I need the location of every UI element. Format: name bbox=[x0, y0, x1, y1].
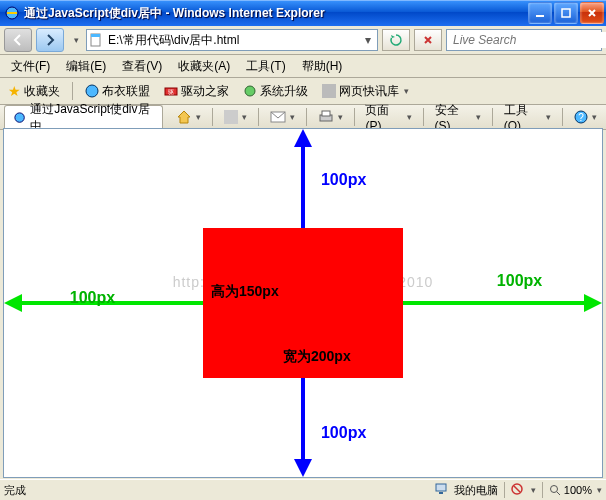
margin-right-label: 100px bbox=[497, 272, 542, 290]
svg-point-6 bbox=[86, 85, 98, 97]
tabs-bar: 通过JavaScript使div居中 ▾ ▾ ▾ ▾ 页面(P)▾ 安全(S)▾… bbox=[0, 105, 606, 130]
window-title: 通过JavaScript使div居中 - Windows Internet Ex… bbox=[24, 5, 528, 22]
forward-button[interactable] bbox=[36, 28, 64, 52]
width-label: 宽为200px bbox=[283, 348, 351, 366]
address-field-wrap: ▾ bbox=[86, 29, 378, 51]
help-button[interactable]: ?▾ bbox=[569, 108, 602, 126]
gear-icon bbox=[243, 84, 257, 98]
svg-rect-19 bbox=[439, 492, 443, 494]
favorites-button[interactable]: ★ 收藏夹 bbox=[4, 81, 64, 102]
zone-label: 我的电脑 bbox=[454, 483, 498, 498]
search-field-wrap: ▾ bbox=[446, 29, 602, 51]
link-item[interactable]: 网页快讯库 ▾ bbox=[318, 81, 413, 102]
menu-tools[interactable]: 工具(T) bbox=[239, 56, 292, 77]
document-icon bbox=[89, 33, 103, 47]
back-button[interactable] bbox=[4, 28, 32, 52]
ie-icon bbox=[4, 5, 20, 21]
status-text: 完成 bbox=[4, 483, 26, 498]
margin-left-label: 100px bbox=[70, 289, 115, 307]
titlebar[interactable]: 通过JavaScript使div居中 - Windows Internet Ex… bbox=[0, 0, 606, 26]
address-input[interactable] bbox=[106, 30, 361, 50]
home-button[interactable]: ▾ bbox=[171, 107, 206, 127]
star-icon: ★ bbox=[8, 83, 21, 99]
computer-icon bbox=[434, 482, 448, 498]
svg-point-11 bbox=[15, 112, 24, 121]
address-dropdown[interactable]: ▾ bbox=[361, 33, 375, 47]
arrow-down-icon bbox=[294, 459, 312, 477]
stop-button[interactable] bbox=[414, 29, 442, 51]
nav-history-dropdown[interactable]: ▾ bbox=[68, 29, 82, 51]
menu-edit[interactable]: 编辑(E) bbox=[59, 56, 113, 77]
zoom-control[interactable]: 100% ▾ bbox=[549, 484, 602, 496]
svg-rect-15 bbox=[322, 111, 330, 116]
window: 通过JavaScript使div居中 - Windows Internet Ex… bbox=[0, 0, 606, 500]
favorites-label: 收藏夹 bbox=[24, 83, 60, 100]
menu-file[interactable]: 文件(F) bbox=[4, 56, 57, 77]
link-item[interactable]: 系统升级 bbox=[239, 81, 312, 102]
menu-bar: 文件(F) 编辑(E) 查看(V) 收藏夹(A) 工具(T) 帮助(H) bbox=[0, 55, 606, 78]
centered-div: 高为150px 宽为200px bbox=[203, 228, 403, 378]
drive-icon: 驱 bbox=[164, 84, 178, 98]
height-label: 高为150px bbox=[211, 283, 279, 301]
page-tab[interactable]: 通过JavaScript使div居中 bbox=[4, 105, 163, 130]
page-content: http://blog.csdn.net/long2010yu2010 高为15… bbox=[4, 129, 602, 477]
svg-rect-1 bbox=[536, 15, 544, 17]
svg-rect-12 bbox=[224, 110, 238, 124]
globe-icon bbox=[85, 84, 99, 98]
arrow-up-icon bbox=[294, 129, 312, 147]
svg-text:?: ? bbox=[578, 112, 584, 123]
search-input[interactable] bbox=[451, 32, 606, 48]
close-button[interactable] bbox=[580, 2, 604, 24]
ie-icon bbox=[13, 111, 26, 125]
menu-fav[interactable]: 收藏夹(A) bbox=[171, 56, 237, 77]
zoom-icon bbox=[549, 484, 561, 496]
status-bar: 完成 我的电脑 ▾ 100% ▾ bbox=[0, 479, 606, 500]
zone-dropdown[interactable]: ▾ bbox=[531, 485, 536, 495]
menu-help[interactable]: 帮助(H) bbox=[295, 56, 350, 77]
maximize-button[interactable] bbox=[554, 2, 578, 24]
svg-rect-10 bbox=[322, 84, 336, 98]
minimize-button[interactable] bbox=[528, 2, 552, 24]
mail-button[interactable]: ▾ bbox=[265, 108, 300, 126]
margin-top-label: 100px bbox=[321, 171, 366, 189]
feed-icon bbox=[322, 84, 336, 98]
feeds-button[interactable]: ▾ bbox=[219, 108, 252, 126]
svg-point-9 bbox=[245, 86, 255, 96]
print-button[interactable]: ▾ bbox=[313, 108, 348, 126]
zoom-value: 100% bbox=[564, 484, 592, 496]
margin-bottom-label: 100px bbox=[321, 424, 366, 442]
menu-view[interactable]: 查看(V) bbox=[115, 56, 169, 77]
svg-rect-2 bbox=[562, 9, 570, 17]
address-bar: ▾ ▾ ▾ bbox=[0, 26, 606, 55]
link-item[interactable]: 驱 驱动之家 bbox=[160, 81, 233, 102]
arrow-right-icon bbox=[584, 294, 602, 312]
protected-mode-icon bbox=[511, 483, 523, 497]
svg-text:驱: 驱 bbox=[168, 89, 174, 95]
arrow-left-icon bbox=[4, 294, 22, 312]
svg-point-21 bbox=[550, 486, 557, 493]
svg-rect-18 bbox=[436, 484, 446, 491]
refresh-button[interactable] bbox=[382, 29, 410, 51]
link-item[interactable]: 布衣联盟 bbox=[81, 81, 154, 102]
svg-rect-4 bbox=[91, 34, 100, 37]
page-viewport: http://blog.csdn.net/long2010yu2010 高为15… bbox=[3, 128, 603, 478]
